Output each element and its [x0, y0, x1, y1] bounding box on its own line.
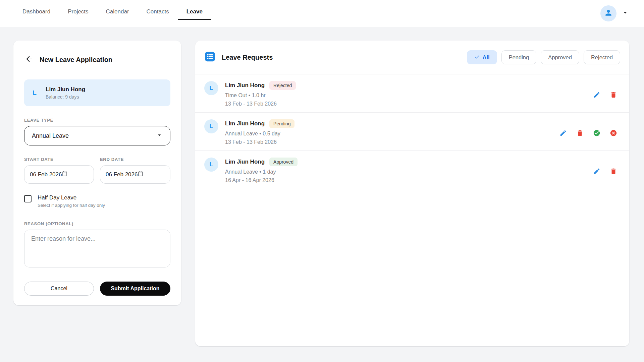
user-menu: [600, 5, 629, 21]
reason-label: REASON (OPTIONAL): [24, 221, 170, 226]
leave-request-row: L Lim Jiun Hong Pending Annual Leave • 0…: [195, 113, 629, 151]
request-detail: Annual Leave • 0.5 day: [225, 131, 294, 137]
arrow-left-icon: [25, 55, 34, 65]
calendar-icon[interactable]: [62, 171, 68, 178]
request-employee-name: Lim Jiun Hong: [225, 159, 265, 165]
request-employee-name: Lim Jiun Hong: [225, 120, 265, 127]
reason-textarea[interactable]: [24, 230, 170, 267]
avatar: L: [204, 158, 218, 172]
panel-title: Leave Requests: [222, 54, 273, 61]
leave-requests-panel: Leave Requests All Pending Approved Reje…: [195, 41, 629, 346]
nav-tab-contacts[interactable]: Contacts: [138, 8, 177, 20]
end-date-field[interactable]: 06 Feb 2026: [100, 165, 170, 184]
delete-icon[interactable]: [610, 168, 617, 175]
back-button[interactable]: [24, 55, 34, 65]
leave-type-label: LEAVE TYPE: [24, 118, 170, 123]
edit-icon[interactable]: [559, 129, 567, 137]
employee-initial: L: [30, 89, 39, 97]
request-detail: Annual Leave • 1 day: [225, 169, 298, 175]
employee-card: L Lim Jiun Hong Balance: 9 days: [24, 79, 170, 106]
status-badge: Approved: [269, 158, 298, 166]
request-employee-name: Lim Jiun Hong: [225, 82, 265, 89]
status-badge: Pending: [269, 119, 294, 128]
leave-request-row: L Lim Jiun Hong Approved Annual Leave • …: [195, 151, 629, 189]
nav-tab-projects[interactable]: Projects: [59, 8, 97, 20]
page-title: New Leave Application: [40, 56, 112, 64]
top-navigation: Dashboard Projects Calendar Contacts Lea…: [0, 0, 644, 27]
submit-application-button[interactable]: Submit Application: [100, 282, 170, 296]
employee-name: Lim Jiun Hong: [46, 86, 85, 93]
start-date-field[interactable]: 06 Feb 2026: [24, 165, 94, 184]
filter-all[interactable]: All: [467, 50, 497, 64]
filter-pending-label: Pending: [509, 54, 529, 61]
list-icon: [204, 51, 216, 64]
leave-type-select[interactable]: Annual Leave: [24, 126, 170, 145]
filter-rejected[interactable]: Rejected: [584, 50, 620, 64]
request-dates: 13 Feb - 13 Feb 2026: [225, 101, 296, 107]
request-dates: 13 Feb - 13 Feb 2026: [225, 139, 294, 145]
half-day-hint: Select if applying for half day only: [38, 203, 105, 208]
request-dates: 16 Apr - 16 Apr 2026: [225, 177, 298, 183]
filter-rejected-label: Rejected: [591, 54, 613, 61]
leave-type-value: Annual Leave: [32, 132, 69, 139]
start-date-label: START DATE: [24, 157, 94, 162]
avatar: L: [204, 81, 218, 95]
filter-all-label: All: [483, 54, 490, 61]
end-date-label: END DATE: [100, 157, 170, 162]
leave-request-row: L Lim Jiun Hong Rejected Time Out • 1.0 …: [195, 74, 629, 113]
nav-tab-leave[interactable]: Leave: [178, 8, 211, 20]
new-leave-application-panel: New Leave Application L Lim Jiun Hong Ba…: [13, 41, 181, 305]
request-detail: Time Out • 1.0 hr: [225, 93, 296, 99]
employee-balance: Balance: 9 days: [46, 94, 85, 100]
half-day-checkbox[interactable]: [24, 195, 32, 202]
filter-approved[interactable]: Approved: [541, 50, 579, 64]
nav-tab-calendar[interactable]: Calendar: [98, 8, 138, 20]
person-icon: [604, 8, 613, 18]
calendar-icon[interactable]: [138, 171, 144, 178]
end-date-value: 06 Feb 2026: [106, 171, 138, 178]
status-badge: Rejected: [269, 81, 296, 90]
edit-icon[interactable]: [593, 168, 600, 175]
check-icon: [474, 54, 480, 61]
delete-icon[interactable]: [610, 91, 617, 99]
half-day-label: Half Day Leave: [38, 194, 105, 201]
chevron-down-icon: [156, 132, 163, 140]
reject-icon[interactable]: [610, 129, 617, 137]
avatar: L: [204, 119, 218, 133]
avatar[interactable]: [600, 5, 616, 21]
nav-tabs: Dashboard Projects Calendar Contacts Lea…: [14, 8, 211, 20]
approve-icon[interactable]: [593, 129, 600, 137]
edit-icon[interactable]: [593, 91, 600, 99]
status-filters: All Pending Approved Rejected: [467, 50, 620, 64]
filter-pending[interactable]: Pending: [501, 50, 537, 64]
delete-icon[interactable]: [576, 129, 584, 137]
start-date-value: 06 Feb 2026: [30, 171, 62, 178]
nav-tab-dashboard[interactable]: Dashboard: [14, 8, 59, 20]
filter-approved-label: Approved: [548, 54, 572, 61]
chevron-down-icon[interactable]: [622, 9, 629, 17]
cancel-button[interactable]: Cancel: [24, 282, 94, 296]
